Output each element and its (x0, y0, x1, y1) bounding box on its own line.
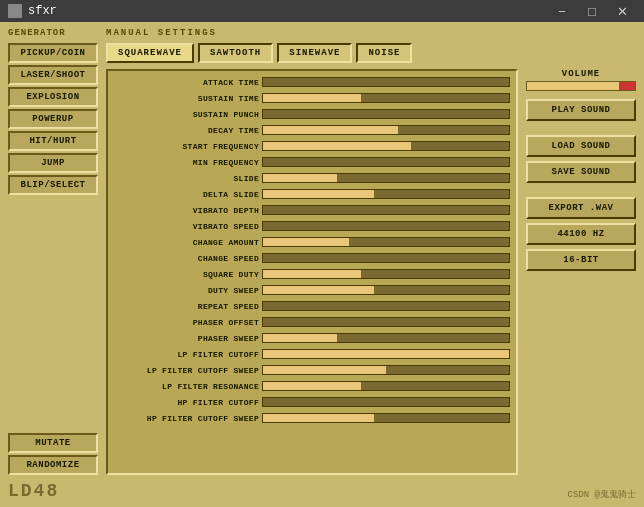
slider-label-hp-cutoff: HP FILTER CUTOFF (114, 398, 259, 407)
table-row: HP FILTER CUTOFF SWEEP (114, 411, 510, 425)
slider-repeat-speed[interactable] (262, 301, 510, 311)
table-row: CHANGE AMOUNT (114, 235, 510, 249)
table-row: DECAY TIME (114, 123, 510, 137)
right-panel: VOLUME PLAY SOUND LOAD SOUND SAVE SOUND (526, 69, 636, 475)
close-button[interactable]: ✕ (608, 0, 636, 22)
table-row: START FREQUENCY (114, 139, 510, 153)
slider-sustain-punch[interactable] (262, 109, 510, 119)
slider-label-decay: DECAY TIME (114, 126, 259, 135)
sidebar: GENERATOR PICKUP/COIN LASER/SHOOT EXPLOS… (8, 28, 98, 475)
slider-label-attack: ATTACK TIME (114, 78, 259, 87)
watermark: CSDN @鬼鬼骑士 (568, 488, 636, 501)
slider-duty-sweep[interactable] (262, 285, 510, 295)
slider-attack-time[interactable] (262, 77, 510, 87)
pickup-coin-button[interactable]: PICKUP/COIN (8, 43, 98, 63)
slider-label-square-duty: SQUARE DUTY (114, 270, 259, 279)
table-row: SUSTAIN TIME (114, 91, 510, 105)
randomize-button[interactable]: RANDOMIZE (8, 455, 98, 475)
slider-sustain-time[interactable] (262, 93, 510, 103)
table-row: PHASER OFFSET (114, 315, 510, 329)
volume-section: VOLUME (526, 69, 636, 91)
save-sound-button[interactable]: SAVE SOUND (526, 161, 636, 183)
titlebar: sfxr − □ ✕ (0, 0, 644, 22)
table-row: SLIDE (114, 171, 510, 185)
noise-button[interactable]: NOISE (356, 43, 412, 63)
table-row: VIBRATO SPEED (114, 219, 510, 233)
slider-phaser-sweep[interactable] (262, 333, 510, 343)
app-icon (8, 4, 22, 18)
slider-label-sustain-punch: SUSTAIN PUNCH (114, 110, 259, 119)
sample-rate-button[interactable]: 44100 HZ (526, 223, 636, 245)
slider-lp-resonance[interactable] (262, 381, 510, 391)
table-row: SUSTAIN PUNCH (114, 107, 510, 121)
slider-vibrato-depth[interactable] (262, 205, 510, 215)
slider-phaser-offset[interactable] (262, 317, 510, 327)
wave-buttons: SQUAREWAVE SAWTOOTH SINEWAVE NOISE (106, 43, 636, 63)
slider-slide[interactable] (262, 173, 510, 183)
slider-decay-time[interactable] (262, 125, 510, 135)
slider-label-slide: SLIDE (114, 174, 259, 183)
sawtooth-button[interactable]: SAWTOOTH (198, 43, 273, 63)
slider-label-repeat-speed: REPEAT SPEED (114, 302, 259, 311)
slider-label-start-freq: START FREQUENCY (114, 142, 259, 151)
slider-label-phaser-sweep: PHASER SWEEP (114, 334, 259, 343)
sidebar-bottom: MUTATE RANDOMIZE (8, 433, 98, 475)
slider-hp-filter-cutoff[interactable] (262, 397, 510, 407)
slider-min-frequency[interactable] (262, 157, 510, 167)
slider-start-frequency[interactable] (262, 141, 510, 151)
slider-label-change-amount: CHANGE AMOUNT (114, 238, 259, 247)
export-wav-button[interactable]: EXPORT .WAV (526, 197, 636, 219)
squarewave-button[interactable]: SQUAREWAVE (106, 43, 194, 63)
slider-hp-cutoff-sweep[interactable] (262, 413, 510, 423)
table-row: MIN FREQUENCY (114, 155, 510, 169)
slider-label-min-freq: MIN FREQUENCY (114, 158, 259, 167)
bit-depth-button[interactable]: 16-BIT (526, 249, 636, 271)
powerup-button[interactable]: POWERUP (8, 109, 98, 129)
slider-lp-filter-cutoff[interactable] (262, 349, 510, 359)
table-row: LP FILTER RESONANCE (114, 379, 510, 393)
bottom-bar: LD48 CSDN @鬼鬼骑士 (8, 479, 636, 501)
table-row: ATTACK TIME (114, 75, 510, 89)
minimize-button[interactable]: − (548, 0, 576, 22)
slider-vibrato-speed[interactable] (262, 221, 510, 231)
slider-lp-cutoff-sweep[interactable] (262, 365, 510, 375)
table-row: REPEAT SPEED (114, 299, 510, 313)
top-row: GENERATOR PICKUP/COIN LASER/SHOOT EXPLOS… (8, 28, 636, 475)
manual-header: MANUAL SETTINGS (106, 28, 636, 38)
slider-label-lp-cutoff-sweep: LP FILTER CUTOFF SWEEP (114, 366, 259, 375)
hit-hurt-button[interactable]: HIT/HURT (8, 131, 98, 151)
slider-delta-slide[interactable] (262, 189, 510, 199)
explosion-button[interactable]: EXPLOSION (8, 87, 98, 107)
sliders-and-controls: ATTACK TIME SUSTAIN TIME SUSTAIN PUNCH (106, 69, 636, 475)
load-sound-button[interactable]: LOAD SOUND (526, 135, 636, 157)
table-row: LP FILTER CUTOFF (114, 347, 510, 361)
slider-change-amount[interactable] (262, 237, 510, 247)
volume-label: VOLUME (526, 69, 636, 79)
laser-shoot-button[interactable]: LASER/SHOOT (8, 65, 98, 85)
main-content: GENERATOR PICKUP/COIN LASER/SHOOT EXPLOS… (0, 22, 644, 507)
table-row: DUTY SWEEP (114, 283, 510, 297)
sinewave-button[interactable]: SINEWAVE (277, 43, 352, 63)
blip-select-button[interactable]: BLIP/SELECT (8, 175, 98, 195)
mutate-button[interactable]: MUTATE (8, 433, 98, 453)
table-row: HP FILTER CUTOFF (114, 395, 510, 409)
play-sound-button[interactable]: PLAY SOUND (526, 99, 636, 121)
slider-change-speed[interactable] (262, 253, 510, 263)
slider-label-duty-sweep: DUTY SWEEP (114, 286, 259, 295)
slider-label-vibrato-speed: VIBRATO SPEED (114, 222, 259, 231)
maximize-button[interactable]: □ (578, 0, 606, 22)
table-row: LP FILTER CUTOFF SWEEP (114, 363, 510, 377)
table-row: VIBRATO DEPTH (114, 203, 510, 217)
slider-label-hp-cutoff-sweep: HP FILTER CUTOFF SWEEP (114, 414, 259, 423)
ld48-logo: LD48 (8, 481, 59, 501)
app-title: sfxr (28, 4, 57, 18)
jump-button[interactable]: JUMP (8, 153, 98, 173)
manual-settings: MANUAL SETTINGS SQUAREWAVE SAWTOOTH SINE… (106, 28, 636, 475)
slider-label-delta-slide: DELTA SLIDE (114, 190, 259, 199)
slider-label-change-speed: CHANGE SPEED (114, 254, 259, 263)
table-row: CHANGE SPEED (114, 251, 510, 265)
table-row: SQUARE DUTY (114, 267, 510, 281)
volume-slider[interactable] (526, 81, 636, 91)
slider-square-duty[interactable] (262, 269, 510, 279)
slider-label-lp-cutoff: LP FILTER CUTOFF (114, 350, 259, 359)
